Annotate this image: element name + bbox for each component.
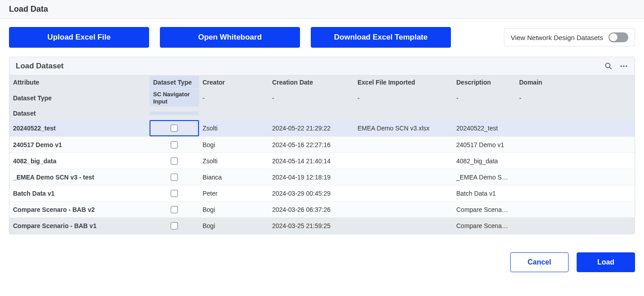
col-creator[interactable]: Creator xyxy=(199,76,269,89)
table-head-row: Attribute Dataset Type Creator Creation … xyxy=(9,76,635,89)
row-checkbox[interactable] xyxy=(171,222,178,229)
row-creator: Bogi xyxy=(199,220,269,232)
page-title: Load Data xyxy=(9,4,635,14)
row-checkbox[interactable] xyxy=(171,125,178,132)
row-description: _EMEA Demo S… xyxy=(453,171,516,184)
card-header-actions xyxy=(604,62,628,71)
row-type-checkbox-cell xyxy=(150,139,199,151)
table-subhead-type: Dataset Type SC Navigator Input - - - - … xyxy=(9,89,635,107)
open-whiteboard-button[interactable]: Open Whiteboard xyxy=(160,27,300,48)
row-checkbox[interactable] xyxy=(171,206,178,213)
row-creator: Zsolti xyxy=(199,155,269,167)
row-creator: Bogi xyxy=(199,139,269,151)
col-dataset-type[interactable]: Dataset Type xyxy=(150,76,199,89)
subhead-attr: Dataset Type xyxy=(9,92,150,104)
row-date: 2024-03-25 21:59:25 xyxy=(269,220,354,232)
row-type-checkbox-cell xyxy=(150,220,199,232)
cancel-button[interactable]: Cancel xyxy=(510,252,569,272)
row-attribute: 20240522_test xyxy=(9,122,150,135)
row-description: 240517 Demo v1 xyxy=(453,139,516,151)
row-checkbox[interactable] xyxy=(171,141,178,148)
load-button[interactable]: Load xyxy=(577,252,635,272)
col-creation-date[interactable]: Creation Date xyxy=(269,76,354,89)
row-domain xyxy=(516,175,569,180)
row-domain xyxy=(516,191,569,196)
load-dataset-card: Load Dataset Attribute Dataset Type Crea… xyxy=(9,57,635,234)
row-domain xyxy=(516,126,569,131)
row-date: 2024-05-22 21:29:22 xyxy=(269,122,354,135)
row-type-checkbox-cell xyxy=(150,187,199,200)
row-description: 4082_big_data xyxy=(453,155,516,167)
subhead-type-value: SC Navigator Input xyxy=(150,89,199,107)
row-excel xyxy=(354,191,453,196)
col-attribute[interactable]: Attribute xyxy=(9,76,150,89)
svg-point-2 xyxy=(621,65,622,67)
row-description: Compare Scena… xyxy=(453,203,516,216)
row-creator: Bogi xyxy=(199,203,269,216)
row-attribute: 240517 Demo v1 xyxy=(9,139,150,151)
action-bar: Upload Excel File Open Whiteboard Downlo… xyxy=(0,19,644,53)
row-excel: EMEA Demo SCN v3.xlsx xyxy=(354,122,453,135)
view-nd-datasets-switch[interactable] xyxy=(609,32,628,42)
upload-excel-button[interactable]: Upload Excel File xyxy=(9,27,149,48)
footer-bar: Cancel Load xyxy=(0,234,644,277)
row-excel xyxy=(354,223,453,229)
view-nd-datasets-label: View Network Design Datasets xyxy=(511,34,603,41)
col-excel[interactable]: Excel File Imported xyxy=(354,76,453,89)
row-checkbox[interactable] xyxy=(171,157,178,165)
download-template-button[interactable]: Download Excel Template xyxy=(311,27,451,48)
row-domain xyxy=(516,158,569,164)
card-header: Load Dataset xyxy=(9,57,635,76)
table-row[interactable]: _EMEA Demo SCN v3 - testBianca2024-04-19… xyxy=(9,169,635,185)
subhead-date: - xyxy=(269,92,354,104)
row-creator: Zsolti xyxy=(199,122,269,135)
subhead2-type-blank xyxy=(150,112,199,115)
row-excel xyxy=(354,207,453,212)
row-date: 2024-05-16 22:27:16 xyxy=(269,139,354,151)
subhead-domain: - xyxy=(516,92,569,104)
view-nd-datasets-toggle-box: View Network Design Datasets xyxy=(504,28,635,46)
row-excel xyxy=(354,142,453,148)
row-date: 2024-03-29 00:45:29 xyxy=(269,187,354,200)
table-row[interactable]: Compare Scenario - BAB v1Bogi2024-03-25 … xyxy=(9,218,635,234)
row-excel xyxy=(354,158,453,164)
download-template-label: Download Excel Template xyxy=(334,33,428,42)
svg-line-1 xyxy=(610,67,612,69)
table-subhead-dataset: Dataset xyxy=(9,107,635,120)
row-attribute: 4082_big_data xyxy=(9,155,150,167)
col-domain[interactable]: Domain xyxy=(516,76,569,89)
table-row[interactable]: Batch Data v1Peter2024-03-29 00:45:29Bat… xyxy=(9,185,635,202)
row-attribute: _EMEA Demo SCN v3 - test xyxy=(9,171,150,184)
row-domain xyxy=(516,207,569,212)
table-row[interactable]: 4082_big_dataZsolti2024-05-14 21:40:1440… xyxy=(9,153,635,169)
row-type-checkbox-cell xyxy=(150,155,199,167)
row-creator: Peter xyxy=(199,187,269,200)
row-checkbox[interactable] xyxy=(171,174,178,181)
row-checkbox[interactable] xyxy=(171,190,178,197)
row-type-checkbox-cell xyxy=(150,171,199,184)
open-whiteboard-label: Open Whiteboard xyxy=(198,33,262,42)
svg-point-4 xyxy=(626,65,627,67)
svg-point-0 xyxy=(605,63,610,67)
row-date: 2024-05-14 21:40:14 xyxy=(269,155,354,167)
svg-point-3 xyxy=(623,65,624,67)
subhead2-attr: Dataset xyxy=(9,107,150,120)
table-row[interactable]: Compare Scenaro - BAB v2Bogi2024-03-26 0… xyxy=(9,202,635,218)
search-icon[interactable] xyxy=(604,62,613,71)
col-description[interactable]: Description xyxy=(453,76,516,89)
cancel-label: Cancel xyxy=(528,258,551,266)
row-creator: Bianca xyxy=(199,171,269,184)
subhead-creator: - xyxy=(199,92,269,104)
upload-excel-label: Upload Excel File xyxy=(48,33,111,42)
row-excel xyxy=(354,175,453,180)
row-attribute: Batch Data v1 xyxy=(9,187,150,200)
subhead-desc: - xyxy=(453,92,516,104)
row-domain xyxy=(516,142,569,148)
more-icon[interactable] xyxy=(619,62,628,71)
row-domain xyxy=(516,223,569,229)
dataset-table: Attribute Dataset Type Creator Creation … xyxy=(9,76,635,234)
table-row[interactable]: 20240522_testZsolti2024-05-22 21:29:22EM… xyxy=(9,120,635,137)
row-attribute: Compare Scenaro - BAB v2 xyxy=(9,203,150,216)
row-description: Batch Data v1 xyxy=(453,187,516,200)
table-row[interactable]: 240517 Demo v1Bogi2024-05-16 22:27:16240… xyxy=(9,137,635,153)
